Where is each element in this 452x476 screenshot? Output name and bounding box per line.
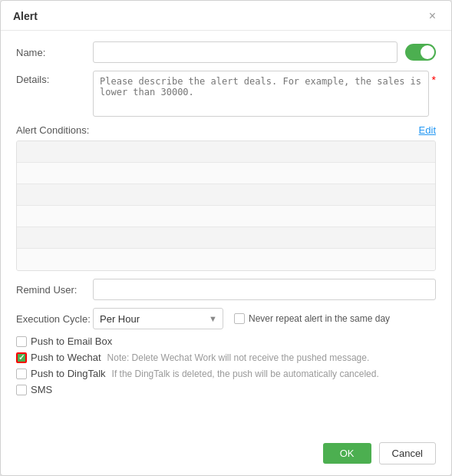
- push-wechat-row: ✓ Push to Wechat Note: Delete Wechat Wor…: [16, 352, 436, 363]
- condition-row-1: [17, 141, 435, 163]
- push-email-label: Push to Email Box: [31, 336, 112, 347]
- dialog-body: Name: Details: * Alert Conditions: Edit: [1, 31, 451, 435]
- alert-conditions-section: Alert Conditions: Edit: [16, 124, 436, 136]
- remind-user-input[interactable]: [93, 279, 436, 300]
- push-dingtalk-checkbox[interactable]: [16, 369, 27, 379]
- execution-cycle-label: Execution Cycle:: [16, 313, 93, 325]
- execution-cycle-select-wrapper: Per Hour Per Day Per Week ▼: [93, 308, 223, 329]
- alert-dialog: Alert × Name: Details: * Alert Condition…: [0, 0, 452, 476]
- push-email-row: Push to Email Box: [16, 336, 436, 347]
- conditions-table: [16, 140, 436, 271]
- remind-user-row: Remind User:: [16, 279, 436, 300]
- name-row: Name:: [16, 41, 436, 63]
- close-button[interactable]: ×: [426, 8, 439, 24]
- condition-row-5: [17, 227, 435, 249]
- condition-row-6: [17, 249, 435, 270]
- never-repeat-checkbox[interactable]: [234, 313, 245, 324]
- alert-conditions-label: Alert Conditions:: [16, 124, 89, 136]
- required-star: *: [432, 71, 436, 86]
- name-label: Name:: [16, 47, 93, 58]
- never-repeat-label: Never repeat alert in the same day: [249, 313, 390, 324]
- remind-user-label: Remind User:: [16, 284, 93, 296]
- push-wechat-checkbox[interactable]: ✓: [16, 352, 27, 363]
- condition-row-2: [17, 163, 435, 184]
- execution-cycle-select[interactable]: Per Hour Per Day Per Week: [93, 308, 223, 329]
- push-sms-label: SMS: [31, 384, 52, 395]
- condition-row-3: [17, 184, 435, 206]
- ok-button[interactable]: OK: [323, 443, 371, 464]
- push-sms-checkbox[interactable]: [16, 385, 27, 395]
- execution-cycle-row: Execution Cycle: Per Hour Per Day Per We…: [16, 308, 436, 329]
- push-options: Push to Email Box ✓ Push to Wechat Note:…: [16, 336, 436, 395]
- toggle-slider: [405, 44, 436, 61]
- push-wechat-label: Push to Wechat: [31, 352, 101, 363]
- push-email-checkbox[interactable]: [16, 336, 27, 347]
- active-toggle[interactable]: [405, 44, 436, 61]
- push-sms-row: SMS: [16, 384, 436, 395]
- wechat-checkmark: ✓: [18, 353, 25, 362]
- dialog-header: Alert ×: [1, 1, 451, 31]
- dialog-footer: OK Cancel: [1, 435, 451, 475]
- details-label: Details:: [16, 71, 93, 85]
- name-input[interactable]: [93, 41, 398, 63]
- dialog-title: Alert: [13, 10, 38, 22]
- push-dingtalk-note: If the DingTalk is deleted, the push wil…: [112, 369, 379, 379]
- condition-row-4: [17, 206, 435, 227]
- edit-link[interactable]: Edit: [419, 124, 436, 136]
- push-wechat-note: Note: Delete Wechat Work will not receiv…: [107, 352, 370, 363]
- details-textarea[interactable]: [93, 71, 429, 117]
- details-row: Details: *: [16, 71, 436, 117]
- push-dingtalk-row: Push to DingTalk If the DingTalk is dele…: [16, 368, 436, 379]
- push-dingtalk-label: Push to DingTalk: [31, 368, 106, 379]
- cancel-button[interactable]: Cancel: [379, 442, 436, 464]
- never-repeat-group: Never repeat alert in the same day: [234, 313, 390, 324]
